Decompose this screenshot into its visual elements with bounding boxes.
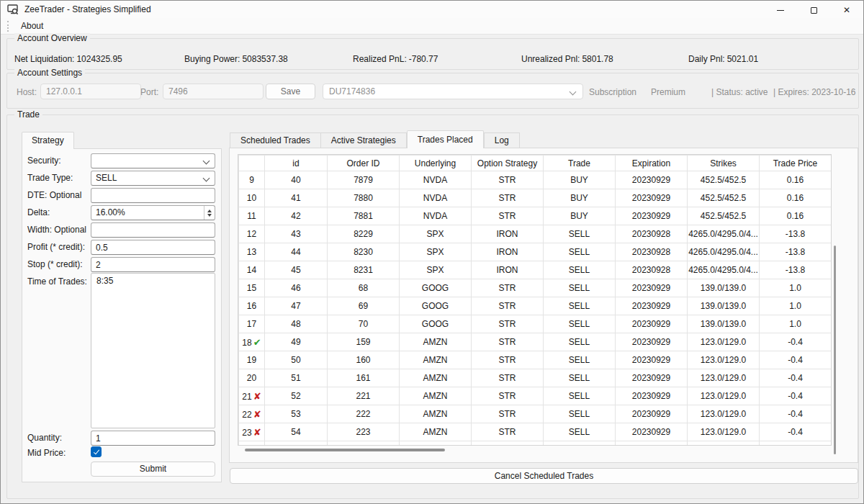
mid-price-checkbox[interactable] xyxy=(91,446,102,457)
stop-input[interactable] xyxy=(91,257,215,272)
host-input[interactable] xyxy=(40,84,141,99)
daily-pnl-label: Daily Pnl: xyxy=(688,54,725,64)
time-of-trades-textarea[interactable]: 8:35 xyxy=(91,273,215,428)
time-of-trades-label: Time of Trades: xyxy=(27,274,87,289)
security-select[interactable] xyxy=(91,153,215,168)
table-row[interactable]: 13448230SPXIRONSELL202309284265.0/4295.0… xyxy=(239,243,832,261)
table-cell: -0.4 xyxy=(760,333,832,351)
trades-placed-panel: idOrder IDUnderlyingOption StrategyTrade… xyxy=(229,148,858,463)
table-cell: 53 xyxy=(265,405,328,423)
table-cell: 123.0/129.0 xyxy=(688,351,760,369)
column-header-id[interactable]: id xyxy=(265,156,328,171)
profit-input[interactable] xyxy=(91,240,215,255)
column-header-underlying[interactable]: Underlying xyxy=(400,156,472,171)
table-row[interactable]: 23✘54223AMZNSTRSELL20230929123.0/129.0-0… xyxy=(239,423,832,441)
table-cell: 452.5/452.5 xyxy=(688,189,760,207)
minimize-button[interactable] xyxy=(764,1,797,19)
tab-log[interactable]: Log xyxy=(484,132,520,148)
title-bar[interactable]: ZeeTrader - Strategies Simplified ✕ xyxy=(1,1,863,18)
table-cell: 223 xyxy=(328,423,400,441)
column-header-trade[interactable]: Trade xyxy=(544,156,616,171)
table-row[interactable]: 18✔49159AMZNSTRSELL20230929123.0/129.0-0… xyxy=(239,333,832,351)
column-header-trade-price[interactable]: Trade Price xyxy=(760,156,832,171)
table-cell: 0.16 xyxy=(760,207,832,225)
save-button[interactable]: Save xyxy=(266,84,315,99)
table-cell: 41 xyxy=(265,189,328,207)
delta-spinner[interactable]: 16.00% xyxy=(91,205,215,220)
table-cell: 161 xyxy=(328,369,400,387)
quantity-input[interactable] xyxy=(91,431,215,446)
table-cell: 139.0/139.0 xyxy=(688,279,760,297)
table-row[interactable]: 9407879NVDASTRBUY20230929452.5/452.50.16 xyxy=(239,171,832,189)
column-header-order-id[interactable]: Order ID xyxy=(328,156,400,171)
table-cell: 123.0/129.0 xyxy=(688,405,760,423)
row-number: 16 xyxy=(247,301,256,311)
table-cell: 4265.0/4295.0/4... xyxy=(688,225,760,243)
table-row[interactable]: 14458231SPXIRONSELL202309284265.0/4295.0… xyxy=(239,261,832,279)
account-select[interactable]: DU7174836 xyxy=(323,84,583,99)
daily-pnl-field: Daily Pnl:5021.01 xyxy=(688,54,758,64)
spin-up-icon[interactable] xyxy=(207,210,212,212)
cancel-scheduled-trades-button[interactable]: Cancel Scheduled Trades xyxy=(230,468,858,484)
column-header-option-strategy[interactable]: Option Strategy xyxy=(472,156,544,171)
table-row[interactable]: 10417880NVDASTRBUY20230929452.5/452.50.1… xyxy=(239,189,832,207)
table-cell: 20230929 xyxy=(616,387,688,405)
table-cell: 8229 xyxy=(328,225,400,243)
horizontal-scrollbar[interactable] xyxy=(245,449,445,451)
table-row[interactable]: 12438229SPXIRONSELL202309284265.0/4295.0… xyxy=(239,225,832,243)
table-cell: BUY xyxy=(544,207,616,225)
vertical-scrollbar[interactable] xyxy=(834,246,836,454)
row-number: 21 xyxy=(242,392,251,402)
tab-active-strategies[interactable]: Active Strategies xyxy=(321,132,407,148)
row-number: 12 xyxy=(247,229,256,239)
port-input[interactable] xyxy=(163,84,264,99)
delta-value: 16.00% xyxy=(96,207,125,217)
table-cell: -0.4 xyxy=(760,405,832,423)
table-row[interactable]: 22✘53222AMZNSTRSELL20230929123.0/129.0-0… xyxy=(239,405,832,423)
row-number-cell: 9 xyxy=(239,171,265,189)
column-header-strikes[interactable]: Strikes xyxy=(688,156,760,171)
maximize-button[interactable] xyxy=(797,1,830,19)
table-row[interactable] xyxy=(239,441,832,446)
menu-item-about[interactable]: About xyxy=(17,19,48,33)
table-row[interactable]: 1950160AMZNSTRSELL20230929123.0/129.0-0.… xyxy=(239,351,832,369)
table-cell: 123.0/129.0 xyxy=(688,423,760,441)
table-row[interactable]: 164769GOOGSTRSELL20230929139.0/139.01.0 xyxy=(239,297,832,315)
table-cell: SELL xyxy=(544,405,616,423)
table-cell: SELL xyxy=(544,387,616,405)
row-number-cell: 23✘ xyxy=(239,423,265,441)
tab-trades-placed[interactable]: Trades Placed xyxy=(407,130,484,148)
unrealized-pnl-field: Unrealized Pnl:5801.78 xyxy=(521,54,613,64)
spin-down-icon[interactable] xyxy=(207,214,212,217)
width-input[interactable] xyxy=(91,222,215,238)
table-cell: 68 xyxy=(328,279,400,297)
trades-tabs: Scheduled TradesActive StrategiesTrades … xyxy=(230,130,520,148)
table-row[interactable]: 2051161AMZNSTRSELL20230929123.0/129.0-0.… xyxy=(239,369,832,387)
tab-scheduled-trades[interactable]: Scheduled Trades xyxy=(230,132,321,148)
table-cell: 44 xyxy=(265,243,328,261)
trade-type-select[interactable]: SELL xyxy=(91,171,215,186)
table-cell: AMZN xyxy=(400,369,472,387)
toolbar-drag-handle-icon[interactable] xyxy=(7,21,9,32)
table-row[interactable]: 154668GOOGSTRSELL20230929139.0/139.01.0 xyxy=(239,279,832,297)
mid-price-label: Mid Price: xyxy=(27,446,66,461)
table-cell: 7881 xyxy=(328,207,400,225)
table-cell: STR xyxy=(472,423,544,441)
table-cell: -0.4 xyxy=(760,351,832,369)
buying-power-field: Buying Power:5083537.38 xyxy=(184,54,288,64)
table-row[interactable]: 11427881NVDASTRBUY20230929452.5/452.50.1… xyxy=(239,207,832,225)
submit-button[interactable]: Submit xyxy=(91,462,215,477)
table-cell: 1.0 xyxy=(760,315,832,333)
tab-strategy[interactable]: Strategy xyxy=(22,132,74,149)
table-cell: 452.5/452.5 xyxy=(688,171,760,189)
close-button[interactable]: ✕ xyxy=(830,1,863,19)
table-cell: 54 xyxy=(265,423,328,441)
table-row[interactable]: 21✘52221AMZNSTRSELL20230929123.0/129.0-0… xyxy=(239,387,832,405)
dte-input[interactable] xyxy=(91,188,215,203)
table-cell: 160 xyxy=(328,351,400,369)
table-cell: -13.8 xyxy=(760,225,832,243)
close-icon: ✕ xyxy=(843,6,850,14)
spinner-buttons[interactable] xyxy=(204,206,215,220)
table-row[interactable]: 174870GOOGSTRSELL20230929139.0/139.01.0 xyxy=(239,315,832,333)
column-header-expiration[interactable]: Expiration xyxy=(616,156,688,171)
